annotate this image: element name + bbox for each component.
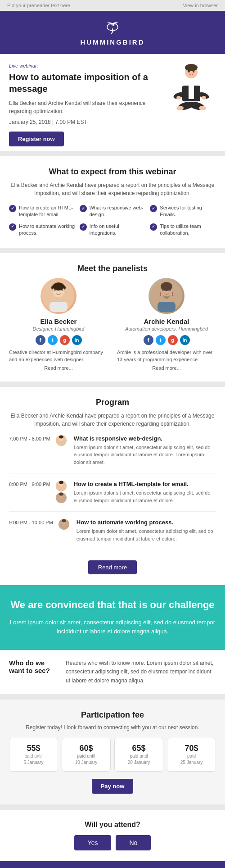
divider-1 bbox=[0, 151, 225, 156]
panelists-row: Ella Becker Designer, Hummingbird f t g … bbox=[9, 278, 216, 371]
session-1-avatars bbox=[56, 435, 67, 446]
session-3-desc: Lorem ipsum dolor sit amet, consectetur … bbox=[76, 527, 216, 542]
panelist-archie: Archie Kendal Automation developers, Hum… bbox=[117, 278, 216, 371]
who-section: Who do we want to see? Readers who wish … bbox=[0, 650, 225, 694]
ella-facebook-icon[interactable]: f bbox=[36, 335, 45, 345]
who-desc: Readers who wish to know more. Lorem ips… bbox=[66, 659, 216, 685]
hero-section: Live webinar: How to automate imposition… bbox=[0, 54, 225, 151]
archie-linkedin-icon[interactable]: in bbox=[180, 335, 190, 345]
check-icon-3 bbox=[150, 205, 157, 212]
archie-facebook-icon[interactable]: f bbox=[144, 335, 153, 345]
session-2-avatars bbox=[56, 481, 67, 503]
session-3-avatar-archie bbox=[58, 519, 69, 530]
session-1-time: 7:00 PM - 8:00 PM bbox=[9, 435, 50, 441]
fee-cards: 55$ paid until5 January 60$ paid until10… bbox=[9, 738, 216, 772]
fee-amount-4: 70$ bbox=[170, 744, 213, 753]
hero-tag: Live webinar: bbox=[9, 63, 162, 68]
session-3-topic: How to automate working process. bbox=[76, 519, 216, 526]
ella-googleplus-icon[interactable]: g bbox=[60, 335, 70, 345]
divider-2 bbox=[0, 248, 225, 253]
ella-linkedin-icon[interactable]: in bbox=[72, 335, 82, 345]
svg-point-16 bbox=[202, 96, 206, 100]
svg-point-11 bbox=[176, 106, 184, 110]
archie-read-more[interactable]: Read more... bbox=[117, 365, 216, 371]
register-now-button[interactable]: Register now bbox=[9, 132, 64, 146]
panelists-title: Meet the panelists bbox=[9, 264, 216, 273]
read-more-button[interactable]: Read more bbox=[88, 560, 137, 574]
fee-section: Participation fee Register today! I look… bbox=[0, 700, 225, 804]
hero-title: How to automate imposition of a message bbox=[9, 71, 162, 95]
svg-point-40 bbox=[62, 519, 66, 523]
archie-social-icons: f t g in bbox=[117, 335, 216, 345]
session-2-avatar-archie bbox=[56, 492, 67, 503]
fee-card-2: 60$ paid until10 January bbox=[62, 738, 111, 772]
session-3-avatars bbox=[58, 519, 69, 530]
session-2-content: How to create a HTML-template for email.… bbox=[74, 481, 216, 504]
archie-avatar bbox=[148, 278, 184, 314]
svg-point-19 bbox=[53, 282, 64, 291]
hero-image bbox=[166, 63, 216, 115]
svg-rect-20 bbox=[50, 302, 68, 312]
svg-point-14 bbox=[193, 71, 194, 73]
check-icon-6 bbox=[150, 223, 157, 231]
attend-section: Will you attend? Yes No bbox=[0, 810, 225, 861]
challenge-desc: Lorem ipsum dolor sit amet, consectetur … bbox=[9, 618, 216, 637]
hero-date: January 25, 2018 | 7:00 PM EST bbox=[9, 119, 162, 125]
challenge-title: We are convinced that that is our challe… bbox=[9, 599, 216, 612]
ella-read-more[interactable]: Read more... bbox=[9, 365, 108, 371]
check-icon-1 bbox=[9, 205, 16, 212]
no-button[interactable]: No bbox=[116, 835, 151, 850]
check-icon-2 bbox=[80, 205, 87, 212]
svg-point-34 bbox=[59, 481, 63, 484]
divider-5 bbox=[0, 804, 225, 810]
fee-amount-3: 65$ bbox=[117, 744, 160, 753]
ella-avatar bbox=[40, 278, 76, 314]
svg-rect-6 bbox=[189, 86, 194, 99]
view-in-browser[interactable]: View in browser bbox=[183, 3, 218, 8]
svg-point-13 bbox=[188, 71, 190, 73]
hero-desc: Ella Becker and Archie Kendal will share… bbox=[9, 99, 162, 115]
yes-button[interactable]: Yes bbox=[74, 835, 112, 850]
archie-twitter-icon[interactable]: t bbox=[156, 335, 166, 345]
fee-card-4: 70$ paid25 January bbox=[167, 738, 216, 772]
session-1-avatar-ella bbox=[56, 435, 67, 446]
webinar-info-section: What to expect from this webinar Ella Be… bbox=[0, 156, 225, 248]
ella-name: Ella Becker bbox=[9, 318, 108, 325]
panelists-section: Meet the panelists bbox=[0, 253, 225, 382]
session-1-topic: What is responsive web-design. bbox=[74, 435, 216, 442]
fee-card-1: 55$ paid until5 January bbox=[9, 738, 58, 772]
session-1-desc: Lorem ipsum dolor sit amet, consectetur … bbox=[74, 444, 216, 466]
header: HUMMINGBIRD bbox=[0, 11, 225, 54]
preheader: Put your preheader text here View in bro… bbox=[0, 0, 225, 11]
checklist-item-6: Tips to utilize team collaboration. bbox=[150, 223, 216, 237]
program-session-2: 8:00 PM - 9:00 PM How to create a HTML-t… bbox=[9, 481, 216, 512]
session-2-time: 8:00 PM - 9:00 PM bbox=[9, 481, 50, 487]
svg-point-15 bbox=[176, 96, 181, 100]
svg-point-37 bbox=[59, 493, 63, 496]
divider-3 bbox=[0, 382, 225, 387]
svg-point-21 bbox=[54, 289, 56, 291]
svg-point-3 bbox=[185, 64, 198, 71]
ella-social-icons: f t g in bbox=[9, 335, 108, 345]
attend-buttons: Yes No bbox=[9, 835, 216, 850]
fee-label-1: paid until5 January bbox=[12, 753, 55, 766]
svg-point-27 bbox=[162, 289, 164, 291]
fee-amount-2: 60$ bbox=[65, 744, 108, 753]
webinar-title: What to expect from this webinar bbox=[9, 167, 216, 177]
session-2-avatar-ella bbox=[56, 481, 67, 491]
fee-desc: Register today! I look forward to connec… bbox=[9, 724, 216, 731]
program-title: Program bbox=[9, 398, 216, 407]
check-icon-5 bbox=[80, 223, 87, 231]
svg-point-31 bbox=[59, 435, 63, 438]
svg-point-1 bbox=[112, 24, 114, 26]
ella-twitter-icon[interactable]: t bbox=[48, 335, 58, 345]
checklist-item-5: Info on useful integrations. bbox=[80, 223, 146, 237]
fee-label-3: paid until20 January bbox=[117, 753, 160, 766]
session-3-content: How to automate working process. Lorem i… bbox=[76, 519, 216, 542]
pay-now-button[interactable]: Pay now bbox=[92, 779, 134, 794]
session-2-topic: How to create a HTML-template for email. bbox=[74, 481, 216, 487]
who-label: Who do we want to see? bbox=[9, 659, 58, 674]
email-wrapper: Put your preheader text here View in bro… bbox=[0, 0, 225, 868]
svg-point-12 bbox=[199, 106, 206, 110]
archie-googleplus-icon[interactable]: g bbox=[168, 335, 178, 345]
